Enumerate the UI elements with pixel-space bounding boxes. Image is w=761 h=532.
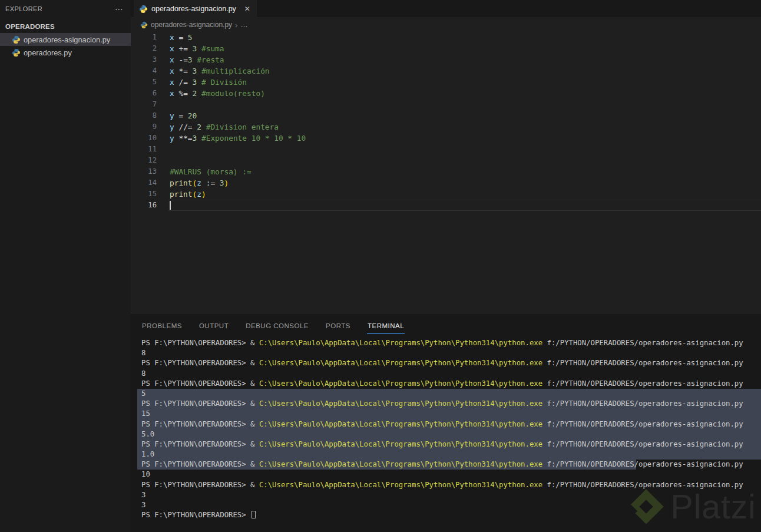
terminal-line[interactable]: PS F:\PYTHON\OPERADORES> & C:\Users\Paul… (131, 440, 761, 450)
explorer-sidebar: EXPLORER ⋯ OPERADORES operadores-asignac… (0, 0, 131, 532)
token: **= (174, 134, 193, 143)
tab-bar: operadores-asignacion.py ✕ (131, 0, 761, 18)
terminal-line[interactable]: 1.0 (131, 450, 761, 460)
code-editor[interactable]: 1 x = 5 2 x += 3 #suma 3 x -=3 #resta 4 … (131, 32, 761, 313)
token: PS F:\PYTHON\OPERADORES> & (141, 420, 259, 428)
file-list: operadores-asignacion.py operadores.py (0, 33, 131, 59)
token: 5 (141, 389, 145, 398)
breadcrumb-symbol[interactable]: … (240, 21, 247, 29)
terminal-line[interactable]: 8 (131, 348, 761, 358)
line-number[interactable]: 13 (131, 166, 157, 177)
terminal-line[interactable]: 8 (131, 369, 761, 379)
token: C:\Users\Paulo\AppData\Local\Programs\Py… (259, 440, 542, 448)
terminal-line[interactable]: 5.0 (131, 429, 761, 440)
token: C:\Users\Paulo\AppData\Local\Programs\Py… (259, 481, 542, 489)
editor-group: operadores-asignacion.py ✕ operadores-as… (131, 0, 761, 532)
tab-operadores-asignacion[interactable]: operadores-asignacion.py ✕ (134, 0, 257, 18)
editor-line[interactable]: 1 x = 5 (131, 32, 761, 43)
code-text: x += 3 #suma (170, 43, 224, 54)
python-file-icon (139, 5, 148, 14)
token: 3 (141, 491, 145, 499)
terminal-line[interactable]: PS F:\PYTHON\OPERADORES> & C:\Users\Paul… (131, 338, 761, 348)
panel-tab-output[interactable]: OUTPUT (198, 318, 229, 334)
editor-line[interactable]: 5 x /= 3 # División (131, 77, 761, 88)
terminal-line[interactable]: PS F:\PYTHON\OPERADORES> & C:\Users\Paul… (131, 480, 761, 490)
token: 20 (188, 111, 197, 120)
editor-line[interactable]: 6 x %= 2 #modulo(resto) (131, 88, 761, 99)
panel-tab-terminal[interactable]: TERMINAL (367, 318, 405, 334)
code-text: y //= 2 #Division entera (170, 121, 279, 133)
terminal-line[interactable]: 10 (131, 470, 761, 480)
token: ) (201, 190, 206, 199)
token: C:\Users\Paulo\AppData\Local\Programs\Py… (259, 339, 542, 347)
token: 8 (141, 369, 145, 378)
panel-tab-ports[interactable]: PORTS (325, 318, 351, 334)
current-line-highlight (168, 200, 761, 211)
line-number[interactable]: 15 (131, 189, 157, 200)
terminal-line[interactable]: PS F:\PYTHON\OPERADORES> & C:\Users\Paul… (131, 399, 761, 409)
folder-section-operadores[interactable]: OPERADORES (0, 20, 131, 33)
editor-line[interactable]: 8 y = 20 (131, 110, 761, 121)
code-text: y = 20 (170, 110, 197, 121)
editor-line[interactable]: 7 (131, 99, 761, 110)
panel-tab-problems[interactable]: PROBLEMS (141, 318, 183, 334)
editor-line[interactable]: 16 (131, 200, 761, 211)
line-number[interactable]: 3 (131, 54, 157, 65)
terminal-line[interactable]: 15 (131, 409, 761, 419)
line-number[interactable]: 14 (131, 177, 157, 189)
terminal-line[interactable]: PS F:\PYTHON\OPERADORES> & C:\Users\Paul… (131, 419, 761, 429)
token: f:/PYTHON/OPERADORES/operadores-asignaci… (542, 420, 743, 428)
terminal-line[interactable]: 3 (131, 500, 761, 510)
terminal-line[interactable]: 5 (131, 389, 761, 399)
line-number[interactable]: 2 (131, 43, 157, 54)
terminal-line[interactable]: PS F:\PYTHON\OPERADORES> & C:\Users\Paul… (131, 460, 761, 470)
terminal-line[interactable]: 3 (131, 490, 761, 500)
panel-tab-bar: PROBLEMS OUTPUT DEBUG CONSOLE PORTS TERM… (131, 313, 761, 338)
editor-line[interactable]: 11 (131, 144, 761, 155)
line-number[interactable]: 4 (131, 65, 157, 77)
explorer-title: EXPLORER (5, 5, 42, 12)
editor-line[interactable]: 12 (131, 155, 761, 166)
editor-line[interactable]: 13 #WALRUS (morsa) := (131, 166, 761, 177)
token: # División (197, 78, 247, 87)
line-number[interactable]: 5 (131, 77, 157, 88)
token: PS F:\PYTHON\OPERADORES> & (141, 359, 259, 367)
token: C:\Users\Paulo\AppData\Local\Programs\Py… (259, 399, 542, 408)
editor-line[interactable]: 2 x += 3 #suma (131, 43, 761, 54)
token: 1.0 (141, 450, 154, 458)
token: y (170, 134, 174, 143)
breadcrumb-file[interactable]: operadores-asignacion.py (151, 21, 232, 29)
token: *= (174, 67, 193, 75)
terminal-prompt-line[interactable]: PS F:\PYTHON\OPERADORES> (131, 510, 761, 520)
line-number[interactable]: 10 (131, 133, 157, 144)
code-text: print(z) (170, 189, 206, 200)
terminal-line[interactable]: PS F:\PYTHON\OPERADORES> & C:\Users\Paul… (131, 358, 761, 368)
editor-line[interactable]: 14 print(z := 3) (131, 177, 761, 189)
token: #suma (197, 44, 224, 53)
editor-line[interactable]: 3 x -=3 #resta (131, 54, 761, 65)
line-number[interactable]: 8 (131, 110, 157, 121)
editor-line[interactable]: 10 y **=3 #Exponente 10 * 10 * 10 (131, 133, 761, 144)
editor-line[interactable]: 9 y //= 2 #Division entera (131, 121, 761, 133)
tab-close-icon[interactable]: ✕ (244, 5, 250, 13)
folder-section-label: OPERADORES (5, 23, 55, 30)
line-number[interactable]: 16 (131, 200, 157, 211)
editor-line[interactable]: 15 print(z) (131, 189, 761, 200)
token: 10 (141, 470, 150, 478)
line-number[interactable]: 1 (131, 32, 157, 43)
file-row[interactable]: operadores-asignacion.py (0, 33, 131, 46)
file-name: operadores-asignacion.py (24, 35, 110, 44)
line-number[interactable]: 7 (131, 99, 157, 110)
file-row[interactable]: operadores.py (0, 46, 131, 59)
more-actions-icon[interactable]: ⋯ (115, 6, 124, 12)
line-number[interactable]: 12 (131, 155, 157, 166)
terminal-line[interactable]: PS F:\PYTHON\OPERADORES> & C:\Users\Paul… (131, 379, 761, 389)
line-number[interactable]: 11 (131, 144, 157, 155)
panel-tab-debug-console[interactable]: DEBUG CONSOLE (245, 318, 309, 334)
tab-label: operadores-asignacion.py (151, 5, 236, 13)
token: f:/PYTHON/OPERADORES/operadores-asignaci… (542, 481, 743, 489)
terminal[interactable]: PS F:\PYTHON\OPERADORES> & C:\Users\Paul… (131, 338, 761, 532)
line-number[interactable]: 9 (131, 121, 157, 133)
line-number[interactable]: 6 (131, 88, 157, 99)
editor-line[interactable]: 4 x *= 3 #multiplicación (131, 65, 761, 77)
